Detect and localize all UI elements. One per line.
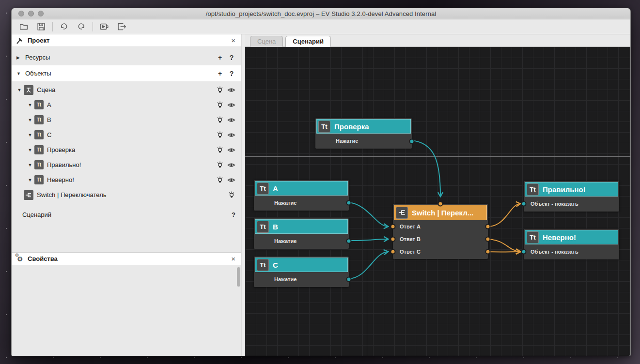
chevron-down-icon[interactable]: ▼ (27, 178, 33, 182)
output-port-otvet-b[interactable] (485, 237, 491, 242)
node-b-header[interactable]: Tt B (255, 219, 348, 234)
node-graph-canvas[interactable]: Tt Проверка Нажатие Tt A (245, 47, 630, 356)
properties-panel-close-button[interactable]: × (231, 255, 235, 262)
chevron-down-icon[interactable]: ▼ (27, 163, 33, 167)
connection-switch-b-to-neverno[interactable] (488, 239, 520, 252)
undo-button[interactable] (58, 21, 70, 32)
node-b[interactable]: Tt B Нажатие (254, 218, 349, 249)
node-switch[interactable]: Switch | Перекл... Ответ A Ответ B Ответ… (393, 204, 488, 259)
node-proverka-header[interactable]: Tt Проверка (316, 119, 411, 134)
bulb-icon[interactable] (216, 161, 224, 169)
connection-b-to-switch[interactable] (349, 239, 388, 241)
tree-item-scenario[interactable]: Сценарий ? (12, 207, 241, 222)
eye-icon[interactable] (227, 161, 235, 169)
chevron-down-icon[interactable]: ▼ (27, 118, 33, 122)
node-a[interactable]: Tt A Нажатие (254, 180, 349, 211)
node-row-najatie: Нажатие (255, 272, 348, 286)
output-port-otvet-c[interactable] (485, 249, 491, 255)
node-c-header[interactable]: Tt C (255, 258, 348, 272)
output-port-najatie[interactable] (346, 276, 352, 282)
open-project-button[interactable] (17, 21, 30, 32)
eye-icon[interactable] (227, 131, 235, 139)
input-port-otvet-b[interactable] (390, 237, 396, 242)
tree-item-scene[interactable]: ▼ Сцена (12, 82, 241, 97)
input-port-otvet-a[interactable] (390, 224, 396, 229)
titlebar[interactable]: /opt/studio_projects/switch_doc.evproj –… (12, 8, 630, 19)
node-pravilno-header[interactable]: Tt Правильно! (525, 182, 618, 197)
node-row-najatie: Нажатие (255, 234, 348, 248)
add-object-button[interactable]: + (216, 70, 224, 77)
output-port-otvet-a[interactable] (485, 224, 491, 229)
bulb-icon[interactable] (216, 101, 224, 109)
chevron-down-icon[interactable]: ▼ (27, 148, 33, 152)
bulb-icon[interactable] (216, 146, 224, 154)
minimize-window-button[interactable] (28, 11, 34, 16)
tree-item-c[interactable]: ▼ Tt C (12, 127, 241, 142)
resources-help-button[interactable]: ? (228, 54, 235, 61)
connection-c-to-switch[interactable] (349, 252, 388, 279)
tree-item-pravilno[interactable]: ▼ Tt Правильно! (12, 157, 241, 172)
run-preview-button[interactable] (98, 21, 110, 32)
eye-icon[interactable] (227, 86, 235, 94)
bulb-icon[interactable] (228, 191, 235, 199)
eye-icon[interactable] (227, 101, 235, 109)
chevron-down-icon[interactable]: ▼ (16, 88, 22, 92)
chevron-down-icon[interactable]: ▼ (16, 71, 21, 76)
save-button[interactable] (35, 21, 47, 32)
panel-splitter[interactable] (241, 34, 245, 356)
export-button[interactable] (115, 21, 128, 32)
node-neverno[interactable]: Tt Неверно! Объект - показать (524, 229, 619, 259)
save-icon (36, 21, 47, 32)
node-row-label: Нажатие (274, 276, 297, 282)
tree-item-b[interactable]: ▼ Tt B (12, 112, 241, 127)
chevron-down-icon[interactable]: ▼ (27, 103, 33, 107)
bulb-icon[interactable] (216, 176, 224, 184)
close-window-button[interactable] (18, 11, 24, 16)
tree-item-label: Сцена (37, 86, 216, 93)
objects-help-button[interactable]: ? (228, 70, 235, 77)
toolbar-separator (52, 22, 53, 31)
output-port-najatie[interactable] (346, 200, 352, 205)
bulb-icon[interactable] (216, 86, 224, 94)
tab-scene[interactable]: Сцена (250, 36, 283, 47)
text-object-icon: Tt (257, 221, 269, 233)
node-c[interactable]: Tt C Нажатие (254, 257, 349, 287)
node-pravilno[interactable]: Tt Правильно! Объект - показать (524, 181, 619, 212)
connection-proverka-to-switch[interactable] (411, 140, 440, 196)
node-proverka[interactable]: Tt Проверка Нажатие (315, 118, 412, 149)
add-resource-button[interactable]: + (216, 54, 224, 61)
tree-item-switch[interactable]: Switch | Переключатель (12, 187, 241, 202)
node-a-header[interactable]: Tt A (255, 181, 348, 196)
zoom-window-button[interactable] (38, 11, 44, 16)
input-port-otvet-c[interactable] (390, 249, 396, 255)
output-port-najatie[interactable] (409, 139, 415, 144)
connection-switch-to-pravilno[interactable] (488, 204, 520, 227)
section-objects[interactable]: ▼ Объекты + ? (12, 65, 241, 81)
eye-icon[interactable] (227, 116, 235, 124)
eye-icon[interactable] (227, 176, 235, 184)
node-neverno-header[interactable]: Tt Неверно! (525, 230, 618, 244)
input-port-show-object[interactable] (521, 201, 527, 206)
project-panel-close-button[interactable]: × (231, 37, 235, 44)
tree-item-proverka[interactable]: ▼ Tt Проверка (12, 142, 241, 157)
bulb-icon[interactable] (216, 116, 224, 124)
scenario-help-button[interactable]: ? (232, 211, 235, 218)
input-port-trigger[interactable] (438, 201, 443, 207)
editor-area: Сцена Сценарий (245, 34, 630, 356)
chevron-right-icon[interactable]: ▶ (16, 55, 21, 60)
node-row-otvet-b: Ответ B (394, 233, 487, 245)
tab-scenario[interactable]: Сценарий (285, 36, 331, 47)
connection-a-to-switch[interactable] (349, 202, 388, 227)
node-switch-header[interactable]: Switch | Перекл... (394, 205, 487, 220)
scrollbar-thumb[interactable] (237, 267, 240, 287)
tree-item-a[interactable]: ▼ Tt A (12, 97, 241, 112)
chevron-down-icon[interactable]: ▼ (27, 133, 33, 137)
output-port-najatie[interactable] (346, 238, 352, 243)
tree-item-neverno[interactable]: ▼ Tt Неверно! (12, 172, 241, 187)
eye-icon[interactable] (227, 146, 235, 154)
input-port-show-object[interactable] (521, 249, 527, 254)
redo-button[interactable] (75, 21, 88, 32)
bulb-icon[interactable] (216, 131, 224, 139)
section-resources[interactable]: ▶ Ресурсы + ? (12, 49, 241, 65)
node-row-label: Ответ A (400, 224, 421, 229)
